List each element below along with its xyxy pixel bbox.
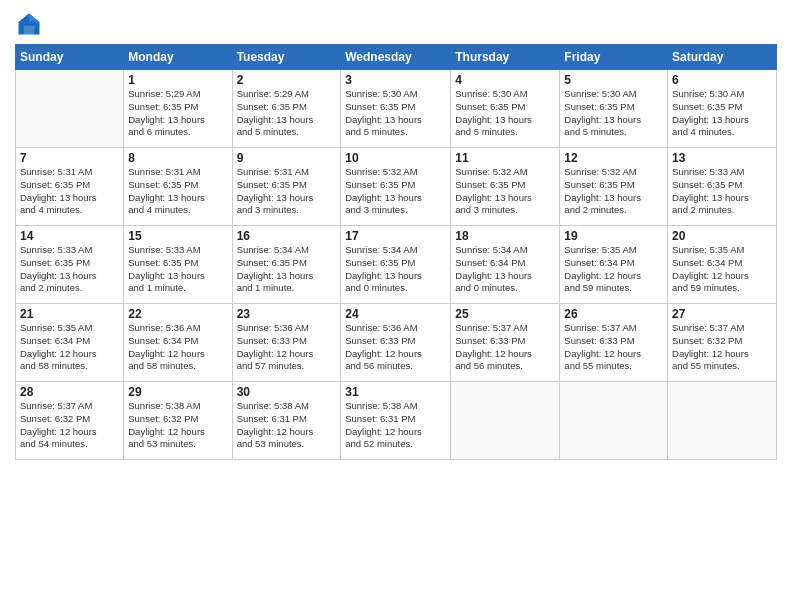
day-info: Sunrise: 5:38 AMSunset: 6:31 PMDaylight:…	[345, 400, 446, 451]
cell-week5-day5	[560, 382, 668, 460]
cell-week5-day0: 28Sunrise: 5:37 AMSunset: 6:32 PMDayligh…	[16, 382, 124, 460]
svg-rect-3	[24, 26, 35, 35]
cell-week1-day2: 2Sunrise: 5:29 AMSunset: 6:35 PMDaylight…	[232, 70, 341, 148]
day-info: Sunrise: 5:36 AMSunset: 6:33 PMDaylight:…	[345, 322, 446, 373]
cell-week1-day4: 4Sunrise: 5:30 AMSunset: 6:35 PMDaylight…	[451, 70, 560, 148]
day-number: 21	[20, 307, 119, 321]
day-info: Sunrise: 5:30 AMSunset: 6:35 PMDaylight:…	[672, 88, 772, 139]
day-info: Sunrise: 5:34 AMSunset: 6:35 PMDaylight:…	[345, 244, 446, 295]
cell-week3-day3: 17Sunrise: 5:34 AMSunset: 6:35 PMDayligh…	[341, 226, 451, 304]
cell-week1-day5: 5Sunrise: 5:30 AMSunset: 6:35 PMDaylight…	[560, 70, 668, 148]
cell-week5-day6	[668, 382, 777, 460]
day-number: 19	[564, 229, 663, 243]
week-row-5: 28Sunrise: 5:37 AMSunset: 6:32 PMDayligh…	[16, 382, 777, 460]
day-number: 18	[455, 229, 555, 243]
svg-marker-1	[29, 14, 40, 23]
day-number: 22	[128, 307, 227, 321]
day-number: 16	[237, 229, 337, 243]
day-info: Sunrise: 5:32 AMSunset: 6:35 PMDaylight:…	[455, 166, 555, 217]
day-info: Sunrise: 5:36 AMSunset: 6:34 PMDaylight:…	[128, 322, 227, 373]
cell-week3-day6: 20Sunrise: 5:35 AMSunset: 6:34 PMDayligh…	[668, 226, 777, 304]
day-number: 12	[564, 151, 663, 165]
col-thursday: Thursday	[451, 45, 560, 70]
day-number: 17	[345, 229, 446, 243]
cell-week2-day1: 8Sunrise: 5:31 AMSunset: 6:35 PMDaylight…	[124, 148, 232, 226]
day-number: 31	[345, 385, 446, 399]
cell-week2-day5: 12Sunrise: 5:32 AMSunset: 6:35 PMDayligh…	[560, 148, 668, 226]
col-monday: Monday	[124, 45, 232, 70]
cell-week3-day1: 15Sunrise: 5:33 AMSunset: 6:35 PMDayligh…	[124, 226, 232, 304]
day-info: Sunrise: 5:30 AMSunset: 6:35 PMDaylight:…	[564, 88, 663, 139]
day-number: 5	[564, 73, 663, 87]
cell-week1-day0	[16, 70, 124, 148]
day-info: Sunrise: 5:30 AMSunset: 6:35 PMDaylight:…	[455, 88, 555, 139]
day-info: Sunrise: 5:36 AMSunset: 6:33 PMDaylight:…	[237, 322, 337, 373]
day-number: 23	[237, 307, 337, 321]
cell-week2-day4: 11Sunrise: 5:32 AMSunset: 6:35 PMDayligh…	[451, 148, 560, 226]
cell-week5-day4	[451, 382, 560, 460]
day-number: 27	[672, 307, 772, 321]
day-info: Sunrise: 5:33 AMSunset: 6:35 PMDaylight:…	[128, 244, 227, 295]
cell-week4-day6: 27Sunrise: 5:37 AMSunset: 6:32 PMDayligh…	[668, 304, 777, 382]
day-number: 15	[128, 229, 227, 243]
cell-week5-day3: 31Sunrise: 5:38 AMSunset: 6:31 PMDayligh…	[341, 382, 451, 460]
cell-week3-day5: 19Sunrise: 5:35 AMSunset: 6:34 PMDayligh…	[560, 226, 668, 304]
day-info: Sunrise: 5:32 AMSunset: 6:35 PMDaylight:…	[345, 166, 446, 217]
day-number: 26	[564, 307, 663, 321]
header	[15, 10, 777, 38]
col-saturday: Saturday	[668, 45, 777, 70]
svg-marker-2	[19, 14, 30, 23]
col-sunday: Sunday	[16, 45, 124, 70]
cell-week2-day0: 7Sunrise: 5:31 AMSunset: 6:35 PMDaylight…	[16, 148, 124, 226]
week-row-4: 21Sunrise: 5:35 AMSunset: 6:34 PMDayligh…	[16, 304, 777, 382]
day-number: 13	[672, 151, 772, 165]
day-info: Sunrise: 5:31 AMSunset: 6:35 PMDaylight:…	[128, 166, 227, 217]
day-number: 30	[237, 385, 337, 399]
day-info: Sunrise: 5:32 AMSunset: 6:35 PMDaylight:…	[564, 166, 663, 217]
day-number: 8	[128, 151, 227, 165]
day-info: Sunrise: 5:29 AMSunset: 6:35 PMDaylight:…	[128, 88, 227, 139]
day-info: Sunrise: 5:31 AMSunset: 6:35 PMDaylight:…	[237, 166, 337, 217]
cell-week3-day4: 18Sunrise: 5:34 AMSunset: 6:34 PMDayligh…	[451, 226, 560, 304]
day-number: 4	[455, 73, 555, 87]
day-info: Sunrise: 5:38 AMSunset: 6:32 PMDaylight:…	[128, 400, 227, 451]
day-info: Sunrise: 5:33 AMSunset: 6:35 PMDaylight:…	[672, 166, 772, 217]
calendar-header-row: Sunday Monday Tuesday Wednesday Thursday…	[16, 45, 777, 70]
day-info: Sunrise: 5:35 AMSunset: 6:34 PMDaylight:…	[20, 322, 119, 373]
day-info: Sunrise: 5:35 AMSunset: 6:34 PMDaylight:…	[672, 244, 772, 295]
cell-week5-day2: 30Sunrise: 5:38 AMSunset: 6:31 PMDayligh…	[232, 382, 341, 460]
day-number: 10	[345, 151, 446, 165]
day-number: 11	[455, 151, 555, 165]
cell-week3-day2: 16Sunrise: 5:34 AMSunset: 6:35 PMDayligh…	[232, 226, 341, 304]
day-info: Sunrise: 5:34 AMSunset: 6:35 PMDaylight:…	[237, 244, 337, 295]
col-friday: Friday	[560, 45, 668, 70]
day-number: 1	[128, 73, 227, 87]
cell-week3-day0: 14Sunrise: 5:33 AMSunset: 6:35 PMDayligh…	[16, 226, 124, 304]
day-number: 7	[20, 151, 119, 165]
cell-week4-day4: 25Sunrise: 5:37 AMSunset: 6:33 PMDayligh…	[451, 304, 560, 382]
cell-week4-day2: 23Sunrise: 5:36 AMSunset: 6:33 PMDayligh…	[232, 304, 341, 382]
day-info: Sunrise: 5:29 AMSunset: 6:35 PMDaylight:…	[237, 88, 337, 139]
day-number: 2	[237, 73, 337, 87]
cell-week4-day1: 22Sunrise: 5:36 AMSunset: 6:34 PMDayligh…	[124, 304, 232, 382]
day-number: 25	[455, 307, 555, 321]
week-row-1: 1Sunrise: 5:29 AMSunset: 6:35 PMDaylight…	[16, 70, 777, 148]
day-info: Sunrise: 5:37 AMSunset: 6:33 PMDaylight:…	[455, 322, 555, 373]
week-row-2: 7Sunrise: 5:31 AMSunset: 6:35 PMDaylight…	[16, 148, 777, 226]
day-info: Sunrise: 5:37 AMSunset: 6:32 PMDaylight:…	[20, 400, 119, 451]
cell-week2-day3: 10Sunrise: 5:32 AMSunset: 6:35 PMDayligh…	[341, 148, 451, 226]
col-wednesday: Wednesday	[341, 45, 451, 70]
day-number: 14	[20, 229, 119, 243]
day-number: 3	[345, 73, 446, 87]
day-number: 6	[672, 73, 772, 87]
cell-week4-day5: 26Sunrise: 5:37 AMSunset: 6:33 PMDayligh…	[560, 304, 668, 382]
day-info: Sunrise: 5:35 AMSunset: 6:34 PMDaylight:…	[564, 244, 663, 295]
cell-week2-day2: 9Sunrise: 5:31 AMSunset: 6:35 PMDaylight…	[232, 148, 341, 226]
cell-week1-day6: 6Sunrise: 5:30 AMSunset: 6:35 PMDaylight…	[668, 70, 777, 148]
cell-week4-day0: 21Sunrise: 5:35 AMSunset: 6:34 PMDayligh…	[16, 304, 124, 382]
day-info: Sunrise: 5:31 AMSunset: 6:35 PMDaylight:…	[20, 166, 119, 217]
cell-week1-day1: 1Sunrise: 5:29 AMSunset: 6:35 PMDaylight…	[124, 70, 232, 148]
day-info: Sunrise: 5:37 AMSunset: 6:33 PMDaylight:…	[564, 322, 663, 373]
day-number: 20	[672, 229, 772, 243]
day-number: 29	[128, 385, 227, 399]
